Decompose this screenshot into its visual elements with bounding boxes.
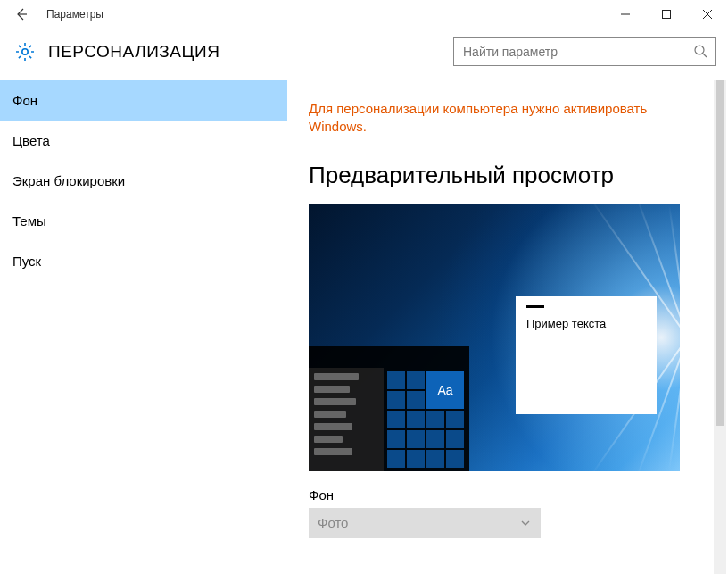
minimize-button[interactable] bbox=[605, 0, 646, 29]
preview-start-menu bbox=[309, 368, 384, 471]
background-field-label: Фон bbox=[309, 487, 707, 503]
preview-tiles: Aa bbox=[387, 371, 466, 468]
chevron-down-icon bbox=[519, 517, 532, 529]
svg-line-6 bbox=[703, 54, 707, 57]
window-controls bbox=[605, 0, 728, 29]
preview-taskbar: Aa bbox=[309, 346, 469, 471]
svg-rect-1 bbox=[663, 11, 671, 19]
sidebar-item-colors[interactable]: Цвета bbox=[0, 121, 287, 161]
settings-gear-icon bbox=[12, 39, 37, 64]
preview-sample-text: Пример текста bbox=[526, 317, 606, 330]
main-panel: Для персонализации компьютера нужно акти… bbox=[287, 79, 728, 572]
background-dropdown[interactable]: Фото bbox=[309, 508, 541, 538]
back-button[interactable] bbox=[7, 0, 36, 29]
sidebar: Фон Цвета Экран блокировки Темы Пуск bbox=[0, 79, 287, 572]
maximize-button[interactable] bbox=[646, 0, 687, 29]
desktop-preview: Aa Пример текста bbox=[309, 204, 680, 471]
title-bar: Параметры bbox=[0, 0, 728, 29]
sidebar-item-background[interactable]: Фон bbox=[0, 80, 287, 121]
vertical-scrollbar[interactable] bbox=[714, 80, 726, 574]
preview-heading: Предварительный просмотр bbox=[309, 162, 707, 189]
search-icon bbox=[693, 44, 707, 61]
window-title: Параметры bbox=[46, 8, 103, 21]
close-button[interactable] bbox=[687, 0, 728, 29]
activation-warning: Для персонализации компьютера нужно акти… bbox=[309, 100, 648, 137]
background-dropdown-value: Фото bbox=[318, 515, 348, 530]
svg-point-4 bbox=[22, 49, 28, 54]
section-title: ПЕРСОНАЛИЗАЦИЯ bbox=[48, 42, 219, 62]
preview-sample-window: Пример текста bbox=[516, 296, 657, 414]
sidebar-item-themes[interactable]: Темы bbox=[0, 201, 287, 241]
svg-point-5 bbox=[695, 46, 704, 54]
header: ПЕРСОНАЛИЗАЦИЯ bbox=[0, 29, 728, 79]
scrollbar-thumb[interactable] bbox=[716, 80, 724, 426]
preview-tile-aa: Aa bbox=[426, 371, 464, 409]
search-box[interactable] bbox=[453, 37, 716, 66]
sidebar-item-start[interactable]: Пуск bbox=[0, 241, 287, 281]
search-input[interactable] bbox=[461, 44, 693, 60]
sidebar-item-lockscreen[interactable]: Экран блокировки bbox=[0, 161, 287, 201]
